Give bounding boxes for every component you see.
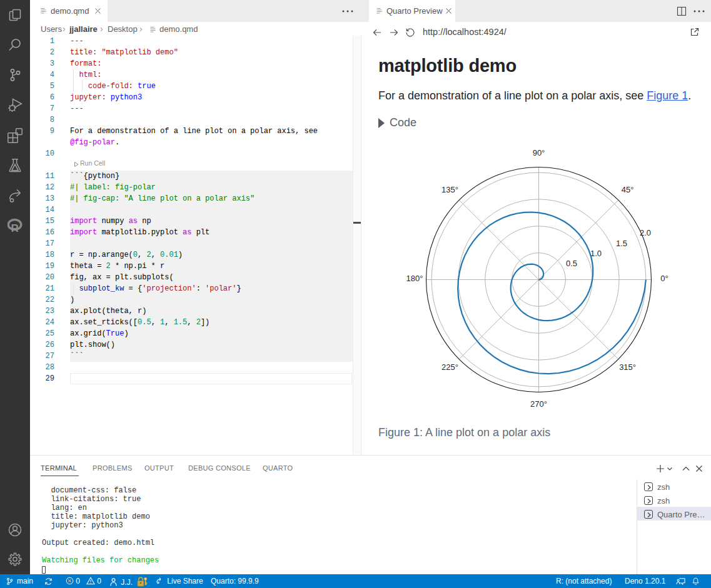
svg-text:45°: 45° (622, 185, 634, 194)
svg-text:270°: 270° (530, 399, 547, 409)
svg-text:225°: 225° (441, 362, 458, 372)
svg-text:315°: 315° (619, 362, 636, 372)
svg-text:90°: 90° (533, 148, 545, 157)
svg-text:R: R (11, 222, 19, 234)
svg-text:1.5: 1.5 (616, 239, 627, 248)
svg-text:2.0: 2.0 (640, 228, 651, 237)
svg-text:0°: 0° (660, 274, 668, 283)
svg-text:180°: 180° (406, 274, 423, 283)
svg-text:135°: 135° (441, 185, 458, 194)
svg-text:1.0: 1.0 (590, 249, 602, 258)
svg-text:0.5: 0.5 (566, 259, 577, 268)
